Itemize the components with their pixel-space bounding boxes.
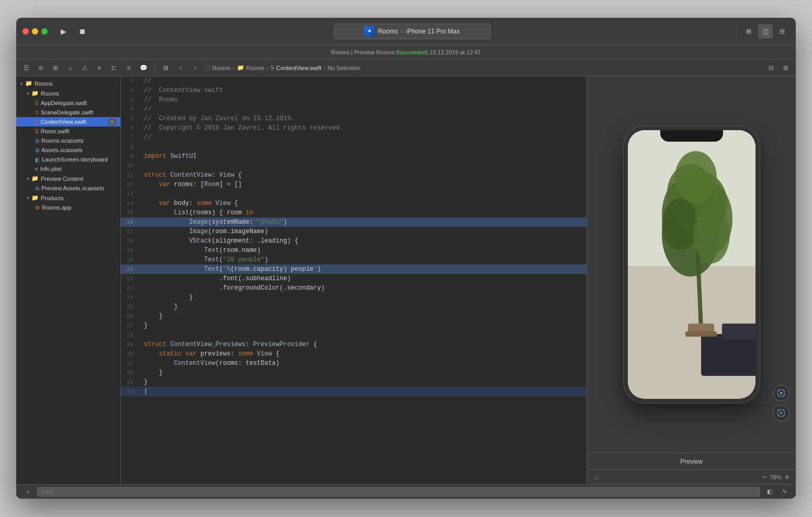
code-line-30: 30 static var previews: some View { — [121, 349, 587, 359]
divider — [154, 63, 155, 73]
zoom-minus-btn[interactable]: − — [762, 473, 766, 482]
navbar: ☰ ⊘ ⊞ ⌕ ⚠ ≠ ⊏ ≡ 💬 ⊞ ‹ › ⬛ Rooms › 📁 Room… — [16, 60, 796, 76]
sidebar-group-rooms[interactable]: ▾ 📁 Rooms — [16, 88, 120, 98]
rooms-xcassets-label: Rooms.xcassets — [41, 137, 84, 144]
inspect-icon — [777, 409, 785, 417]
code-line-7: 7 // — [121, 133, 587, 142]
layout-btn-2[interactable]: ◫ — [758, 24, 773, 39]
preview-label-text: Preview — [680, 458, 703, 465]
search-icon[interactable]: ⌕ — [64, 62, 76, 74]
room-image — [628, 130, 755, 399]
star-icon[interactable]: ☆ — [593, 473, 600, 481]
preview-label: Preview — [587, 453, 796, 469]
svg-point-12 — [675, 151, 717, 203]
sep-2: › — [266, 65, 268, 71]
rooms-app-label: Rooms.app — [42, 204, 71, 211]
sidebar-item-rooms-xcassets[interactable]: ⊞ Rooms.xcassets — [16, 136, 120, 145]
sidebar-item-room[interactable]: S Room.swift — [16, 127, 120, 136]
code-line-29: 29 struct ContentView_Previews: PreviewP… — [121, 340, 587, 349]
right-panel-icon[interactable]: ⊟ — [765, 62, 777, 74]
maximize-button[interactable] — [41, 28, 48, 35]
status-text: Rooms | Preview Rooms: — [331, 49, 396, 55]
breadcrumb-item-3[interactable]: ContentView.swift — [276, 65, 322, 71]
author-button[interactable]: ✎ — [779, 487, 790, 497]
room-icon: S — [35, 129, 39, 134]
sidebar-item-scenedelegate[interactable]: S SceneDelegate.swift — [16, 108, 120, 117]
warning-icon[interactable]: ⚠ — [79, 62, 91, 74]
filter-input[interactable] — [37, 487, 760, 497]
code-line-16: 16 Image(systemName: "photo") — [121, 217, 587, 227]
sidebar-item-launchscreen[interactable]: ◧ LaunchScreen.storyboard — [16, 155, 120, 164]
back-icon[interactable]: ‹ — [175, 62, 186, 74]
layout-btn-1[interactable]: ⊞ — [741, 24, 756, 39]
code-line-2: 2 // ContentView.swift — [121, 86, 587, 95]
sidebar-root-item[interactable]: ▾ 📁 Rooms — [16, 78, 120, 88]
comments-icon[interactable]: 💬 — [138, 62, 149, 74]
scenedelegate-icon: S — [35, 110, 39, 116]
scheme-selector[interactable]: ✦ Rooms › iPhone 11 Pro Max — [334, 24, 491, 39]
sidebar-item-preview-assets[interactable]: ⊞ Preview Assets.xcassets — [16, 183, 120, 193]
sidebar-toggle-icon[interactable]: ☰ — [20, 62, 32, 74]
code-editor[interactable]: 1 // 2 // ContentView.swift 3 // Rooms 4… — [121, 76, 587, 484]
code-line-34[interactable]: 34 | — [121, 387, 587, 396]
code-line-31: 31 ContentView(rooms: testData) — [121, 359, 587, 368]
rooms-app-icon: ⚙ — [35, 205, 40, 211]
code-line-33: 33 } — [121, 377, 587, 387]
play-preview-button[interactable] — [773, 385, 790, 401]
sidebar-item-rooms-app[interactable]: ⚙ Rooms.app — [16, 203, 120, 212]
preview-assets-icon: ⊞ — [35, 186, 39, 191]
products-chevron-icon: ▾ — [27, 196, 29, 201]
code-line-12: 12 var rooms: [Room] = [] — [121, 180, 587, 189]
products-group-label: Products — [41, 195, 63, 201]
code-line-21: 21 Text("\(room.capacity) people") — [121, 265, 587, 274]
launchscreen-label: LaunchScreen.storyboard — [42, 156, 108, 163]
code-line-6: 6 // Copyright © 2019 Jan Zavrel. All ri… — [121, 123, 587, 133]
zoom-plus-btn[interactable]: + — [785, 473, 790, 482]
forward-icon[interactable]: › — [189, 62, 201, 74]
run-button[interactable]: ▶ — [56, 24, 71, 39]
sidebar-group-preview[interactable]: ▾ 📁 Preview Content — [16, 174, 120, 183]
code-line-5: 5 // Created by Jan Zavrel on 23.12.2019… — [121, 114, 587, 123]
preview-group-label: Preview Content — [41, 176, 83, 182]
code-line-3: 3 // Rooms — [121, 95, 587, 105]
scheme-name: Rooms — [378, 28, 398, 35]
close-button[interactable] — [22, 28, 29, 35]
breadcrumb-item-2[interactable]: Rooms — [246, 65, 265, 71]
minimize-button[interactable] — [32, 28, 38, 35]
preview-chevron-icon: ▾ — [27, 176, 29, 181]
preview-bottom-bar: ☆ − 78% + — [587, 469, 796, 484]
traffic-lights — [22, 28, 48, 35]
stop-button[interactable]: ⏹ — [75, 24, 89, 39]
layout-btn-3[interactable]: ⊟ — [775, 24, 790, 39]
titlebar-center: ✦ Rooms › iPhone 11 Pro Max — [94, 24, 730, 39]
sidebar-item-appdelegate[interactable]: S AppDelegate.swift — [16, 98, 120, 108]
status-time: | 23.12.2019 at 12:47 — [426, 49, 481, 55]
inspector-icon[interactable]: ⊞ — [780, 62, 792, 74]
appdelegate-icon: S — [35, 100, 39, 106]
sidebar: ▾ 📁 Rooms ▾ 📁 Rooms S AppDelegate.swift … — [16, 76, 121, 484]
sidebar-group-products[interactable]: ▾ 📁 Products — [16, 193, 120, 203]
nav-icon-7[interactable]: ⊏ — [108, 62, 120, 74]
products-folder-icon: 📁 — [31, 194, 39, 201]
grid-icon[interactable]: ⊞ — [160, 62, 172, 74]
breadcrumb-item-1[interactable]: Rooms — [212, 65, 231, 71]
iphone-notch — [660, 130, 723, 142]
rooms-folder-icon: 📁 — [31, 90, 39, 97]
sidebar-item-infoplist[interactable]: ≡ Info.plist — [16, 164, 120, 174]
breadcrumb-item-4[interactable]: No Selection — [328, 65, 360, 71]
sidebar-item-assets[interactable]: ⊞ Assets.xcassets — [16, 145, 120, 155]
nav-icon-8[interactable]: ≡ — [123, 62, 134, 74]
editor-toggle-button[interactable]: ◧ — [764, 487, 775, 497]
add-file-button[interactable]: + — [22, 487, 33, 497]
svg-rect-2 — [701, 334, 755, 376]
room-label: Room.swift — [41, 128, 69, 134]
code-line-24: 24 } — [121, 293, 587, 302]
inspect-preview-button[interactable] — [773, 405, 790, 421]
plist-icon: ≡ — [35, 166, 38, 172]
nav-icon-3[interactable]: ⊞ — [50, 62, 61, 74]
status-succeeded: Succeeded — [396, 49, 426, 55]
xcode-window: ▶ ⏹ ✦ Rooms › iPhone 11 Pro Max ⊞ ◫ ⊟ Ro… — [16, 18, 796, 499]
diff-icon[interactable]: ≠ — [94, 62, 105, 74]
sidebar-item-contentview[interactable]: S ContentView.swift M — [16, 117, 120, 127]
breakpoint-icon[interactable]: ⊘ — [35, 62, 47, 74]
